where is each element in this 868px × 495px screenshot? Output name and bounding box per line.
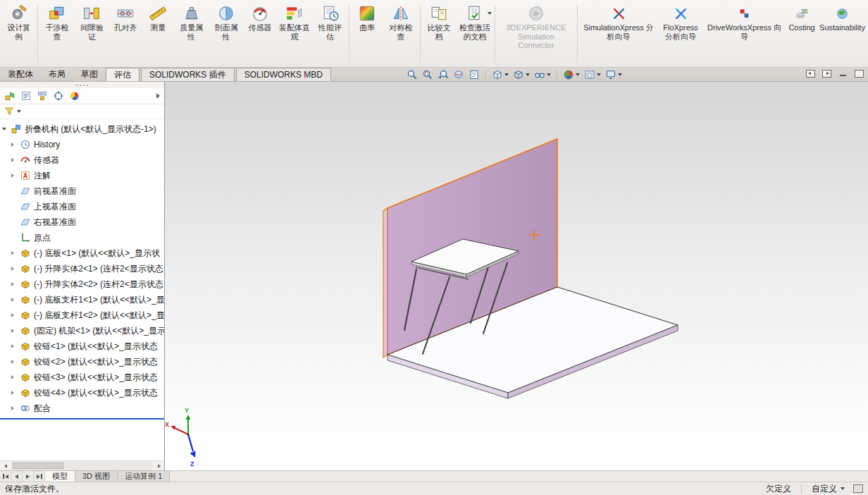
filter-funnel-icon[interactable]	[4, 106, 15, 117]
tree-item-component-base-plate[interactable]: (-) 底板<1> (默认<<默认>_显示状	[0, 245, 164, 261]
display-style-button[interactable]	[512, 69, 531, 80]
expand-arrow-icon[interactable]	[11, 173, 17, 178]
wall-side-edge-face[interactable]	[383, 208, 388, 358]
tab-solidworks-mbd[interactable]: SOLIDWORKS MBD	[236, 68, 331, 81]
doc-tab-3d-views[interactable]: 3D 视图	[75, 471, 118, 482]
tree-item-component-lift-body-1[interactable]: (-) 升降实体2<1> (连杆2<显示状态	[0, 261, 164, 276]
tree-item-component-hinge-2[interactable]: 铰链<2> (默认<<默认>_显示状态	[0, 354, 164, 369]
tree-item-component-frame-fixed[interactable]: (固定) 机架<1> (默认<<默认>_显示	[0, 323, 164, 338]
expand-arrow-icon[interactable]	[11, 360, 17, 364]
configurationmanager-tab-icon[interactable]	[37, 90, 48, 102]
ribbon-button-symmetry-check[interactable]: 对称检查	[383, 2, 418, 66]
propertymanager-tab-icon[interactable]	[20, 90, 32, 102]
tree-item-annotations[interactable]: 注解	[0, 168, 164, 183]
panel-resize-grip[interactable]	[0, 82, 164, 88]
ribbon-button-sensor[interactable]: 传感器	[244, 2, 276, 66]
ribbon-button-floxpress[interactable]: FloXpress 分析向导	[658, 2, 703, 66]
task-pane-toggle-icon[interactable]	[853, 484, 863, 493]
ribbon-button-interference-check[interactable]: 干涉检查	[39, 2, 74, 66]
rollback-bar[interactable]	[0, 418, 164, 420]
previous-view-button[interactable]	[437, 69, 450, 80]
ribbon-button-simulationxpress[interactable]: SimulationXpress 分析向导	[579, 2, 658, 66]
scroll-right-button[interactable]	[154, 461, 164, 470]
tree-item-top-plane[interactable]: 上视基准面	[0, 199, 164, 214]
panel-tabs-overflow-icon[interactable]	[156, 93, 160, 99]
previous-tab-button[interactable]	[11, 471, 23, 482]
tree-item-component-hinge-3[interactable]: 铰链<3> (默认<<默认>_显示状态	[0, 369, 164, 385]
expand-arrow-icon[interactable]	[11, 375, 17, 379]
tree-item-sensors[interactable]: 传感器	[0, 152, 164, 168]
maximize-pane-icon[interactable]	[855, 70, 864, 78]
tree-item-component-lift-body-2[interactable]: (-) 升降实体2<2> (连杆2<显示状态	[0, 276, 164, 292]
dimxpertmanager-tab-icon[interactable]	[53, 90, 64, 102]
ribbon-button-section-properties[interactable]: 剖面属性	[209, 2, 244, 66]
expand-arrow-icon[interactable]	[11, 267, 17, 271]
dropdown-arrow-icon[interactable]	[488, 12, 492, 15]
tree-item-right-plane[interactable]: 右视基准面	[0, 214, 164, 230]
tab-assembly[interactable]: 装配体	[0, 68, 41, 81]
expand-arrow-icon[interactable]	[11, 158, 17, 162]
expand-arrow-icon[interactable]	[11, 251, 17, 255]
tree-item-history[interactable]: History	[0, 137, 164, 152]
custom-status-button[interactable]: 自定义	[812, 483, 845, 495]
tab-sketch[interactable]: 草图	[73, 68, 106, 81]
hide-show-items-button[interactable]	[533, 69, 552, 80]
zoom-to-fit-button[interactable]	[406, 69, 418, 80]
ribbon-button-check-active-document[interactable]: 检查激活的文档	[457, 2, 493, 66]
displaymanager-tab-icon[interactable]	[69, 90, 80, 102]
collapse-left-pane-icon[interactable]	[806, 70, 815, 78]
expand-arrow-icon[interactable]	[11, 406, 17, 410]
tab-evaluate[interactable]: 评估	[106, 68, 140, 81]
expand-arrow-icon[interactable]	[11, 142, 17, 147]
doc-tab-model[interactable]: 模型	[45, 471, 75, 482]
scrollbar-track[interactable]	[11, 461, 153, 470]
dynamic-annotation-views-button[interactable]	[468, 69, 480, 80]
expand-arrow-icon[interactable]	[11, 329, 17, 333]
tree-item-component-support-rod-1[interactable]: (-) 底板支杆1<1> (默认<<默认>_显	[0, 292, 164, 307]
tree-item-origin[interactable]: 原点	[0, 230, 164, 245]
ribbon-button-clearance-verification[interactable]: 间隙验证	[75, 2, 109, 66]
scrollbar-thumb[interactable]	[13, 463, 63, 469]
tab-layout[interactable]: 布局	[41, 68, 73, 81]
edit-appearance-button[interactable]	[562, 69, 581, 80]
tree-item-mates[interactable]: 配合	[0, 401, 164, 416]
expand-arrow-icon[interactable]	[11, 282, 17, 286]
apply-scene-button[interactable]	[583, 69, 602, 80]
ribbon-button-mass-properties[interactable]: 质量属性	[174, 2, 209, 66]
first-tab-button[interactable]	[0, 471, 11, 482]
ribbon-button-measure[interactable]: 测量	[142, 2, 174, 66]
next-tab-button[interactable]	[23, 471, 34, 482]
featuremanager-tab-icon[interactable]	[4, 90, 16, 102]
tree-item-component-support-rod-2[interactable]: (-) 底板支杆1<2> (默认<<默认>_显	[0, 307, 164, 323]
ribbon-button-costing[interactable]: Costing	[786, 2, 818, 66]
expand-arrow-icon[interactable]	[11, 391, 17, 395]
collapse-right-pane-icon[interactable]	[822, 70, 831, 78]
expand-arrow-icon[interactable]	[11, 344, 17, 348]
zoom-to-area-button[interactable]	[421, 69, 434, 80]
graphics-area[interactable]: Y X Z	[165, 82, 868, 470]
ribbon-button-curvature[interactable]: 曲率	[351, 2, 383, 66]
scroll-left-button[interactable]	[0, 461, 11, 470]
ribbon-button-assembly-visualization[interactable]: 装配体直观	[276, 2, 313, 66]
ribbon-button-hole-alignment[interactable]: 孔对齐	[109, 2, 142, 66]
ribbon-button-sustainability[interactable]: Sustainability	[818, 2, 867, 66]
expand-arrow-icon[interactable]	[11, 298, 17, 302]
tree-item-component-hinge-1[interactable]: 铰链<1> (默认<<默认>_显示状态	[0, 338, 164, 354]
tree-item-component-hinge-4[interactable]: 铰链<4> (默认<<默认>_显示状态	[0, 385, 164, 401]
ribbon-button-performance-evaluation[interactable]: 性能评估	[313, 2, 347, 66]
ribbon-button-compare-documents[interactable]: 比较文档	[422, 2, 457, 66]
doc-tab-motion-study-1[interactable]: 运动算例 1	[118, 471, 170, 482]
ribbon-button-design-study[interactable]: 设计算例	[1, 2, 36, 66]
tree-item-assembly-root[interactable]: 折叠机构 (默认<默认_显示状态-1>)	[0, 121, 164, 137]
last-tab-button[interactable]	[34, 471, 45, 482]
view-settings-button[interactable]	[604, 69, 623, 80]
minimize-pane-icon[interactable]	[838, 70, 848, 78]
dropdown-arrow-icon[interactable]	[17, 110, 21, 113]
expand-arrow-icon[interactable]	[11, 313, 17, 317]
section-view-button[interactable]	[452, 69, 465, 80]
tab-solidworks-addins[interactable]: SOLIDWORKS 插件	[141, 68, 235, 81]
view-orientation-button[interactable]	[491, 69, 509, 80]
ribbon-button-driveworksxpress[interactable]: DriveWorksXpress 向导	[703, 2, 786, 66]
expand-arrow-icon[interactable]	[2, 128, 8, 130]
tree-item-front-plane[interactable]: 前视基准面	[0, 183, 164, 199]
